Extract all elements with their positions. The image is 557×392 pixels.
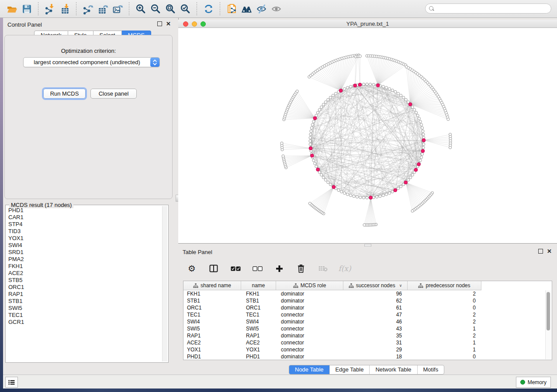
hide-selected-icon[interactable] [254,2,269,16]
leaf-node[interactable] [296,90,298,93]
table-row[interactable]: ORC1ORC1dominator610 [183,304,481,311]
ring-node[interactable] [422,133,425,136]
open-file-icon[interactable] [4,2,19,16]
table-row[interactable]: TEC1TEC1connector472 [183,311,481,318]
mcds-result-item[interactable]: PHD1 [7,207,162,214]
ring-node[interactable] [315,165,318,168]
ring-node[interactable] [320,106,323,108]
ring-node[interactable] [366,83,368,86]
mcds-result-item[interactable]: CAR1 [7,214,162,221]
selected-node[interactable] [353,84,357,87]
zoom-selected-icon[interactable] [178,2,193,16]
ring-node[interactable] [366,196,368,199]
ring-node[interactable] [359,196,362,199]
table-row[interactable]: SWI5SWI5connector431 [183,325,481,332]
leaf-node[interactable] [411,210,414,212]
tab-edge-table[interactable]: Edge Table [329,365,370,374]
ring-node[interactable] [382,85,384,88]
memory-button[interactable]: Memory [516,377,551,388]
ring-node[interactable] [397,92,399,95]
ring-node[interactable] [420,156,422,158]
ring-node[interactable] [369,83,371,86]
ring-node[interactable] [407,179,409,181]
search-box[interactable] [425,3,551,14]
ring-node[interactable] [324,179,327,181]
mcds-result-scrollbar[interactable] [162,206,167,361]
mcds-result-item[interactable]: STB1 [7,298,162,305]
close-panel-icon[interactable]: ✕ [166,22,171,26]
mcds-result-item[interactable]: TEC1 [7,312,162,319]
ring-node[interactable] [346,86,349,89]
mcds-result-item[interactable]: SRD1 [7,249,162,256]
ring-node[interactable] [318,108,321,111]
ring-node[interactable] [362,83,365,86]
ring-node[interactable] [343,192,346,194]
ring-node[interactable] [421,153,423,155]
ring-node[interactable] [400,185,402,188]
export-image-icon[interactable] [110,2,125,16]
task-history-button[interactable] [5,377,18,388]
selected-node[interactable] [369,196,373,199]
import-table-icon[interactable] [57,2,72,16]
ring-node[interactable] [413,108,416,111]
table-row[interactable]: SWI4SWI4dominator462 [183,318,481,325]
ring-node[interactable] [379,195,381,197]
clone-network-icon[interactable] [224,2,239,16]
optimization-criterion-select[interactable]: largest connected component (undirected) [23,57,160,67]
ring-node[interactable] [309,140,311,142]
selected-node[interactable] [310,154,314,158]
mcds-result-item[interactable]: STP4 [7,221,162,228]
ring-node[interactable] [329,96,332,99]
ring-node[interactable] [419,159,422,162]
leaf-node[interactable] [359,55,361,58]
ring-node[interactable] [314,162,316,165]
mcds-result-item[interactable]: RAP1 [7,291,162,298]
selected-node[interactable] [394,189,397,192]
ring-node[interactable] [391,190,394,193]
column-header-name[interactable]: name [241,281,276,290]
export-table-icon[interactable] [95,2,110,16]
ring-node[interactable] [316,111,319,114]
horizontal-splitter[interactable] [178,244,557,247]
show-hidden-icon[interactable] [269,2,284,16]
ring-node[interactable] [312,120,315,123]
selected-node[interactable] [309,147,312,150]
close-table-panel-icon[interactable]: ✕ [547,249,552,253]
table-row[interactable]: YOX1YOX1connector291 [183,346,481,353]
mcds-result-item[interactable]: ACE2 [7,270,162,277]
ring-node[interactable] [337,189,340,191]
selected-node[interactable] [339,89,343,93]
ring-node[interactable] [309,143,311,145]
save-session-icon[interactable] [19,2,34,16]
table-row[interactable]: RAP1RAP1dominator352 [183,332,481,339]
float-table-panel-icon[interactable] [538,249,543,254]
selected-node[interactable] [332,186,336,189]
mcds-result-item[interactable]: GCR1 [7,319,162,326]
ring-node[interactable] [394,90,397,93]
leaf-node[interactable] [363,224,366,226]
ring-node[interactable] [324,101,327,103]
ring-node[interactable] [309,136,311,139]
mcds-result-item[interactable]: SWI5 [7,305,162,312]
selected-node[interactable] [404,181,408,184]
ring-node[interactable] [415,111,417,114]
float-panel-icon[interactable] [157,21,162,26]
selected-node[interactable] [414,168,418,172]
table-row[interactable]: PHD1PHD1dominator180 [183,353,481,360]
mcds-result-item[interactable]: TID3 [7,228,162,235]
ring-node[interactable] [322,103,325,106]
ring-node[interactable] [422,130,424,132]
table-row[interactable]: FKH1FKH1dominator962 [183,290,481,297]
column-header-successor-nodes[interactable]: successor nodes∨ [343,281,408,290]
column-header-shared-name[interactable]: shared name [183,281,241,290]
selected-node[interactable] [376,84,380,87]
network-canvas[interactable] [178,28,557,243]
leaf-node[interactable] [447,118,450,120]
close-panel-button[interactable]: Close panel [90,89,137,99]
export-network-icon[interactable] [80,2,95,16]
zoom-in-icon[interactable] [133,2,148,16]
leaf-node[interactable] [449,146,451,149]
ring-node[interactable] [385,86,387,89]
ring-node[interactable] [346,193,349,196]
add-column-icon[interactable] [273,263,285,274]
